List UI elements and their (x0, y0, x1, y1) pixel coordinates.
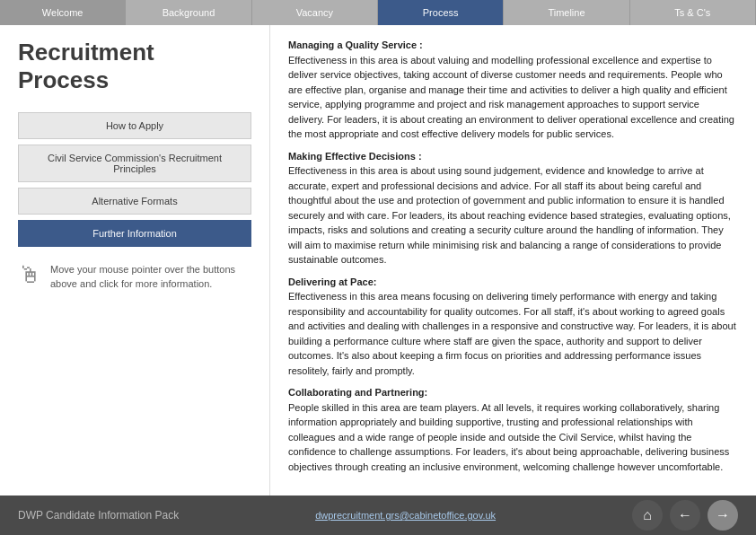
right-panel[interactable]: Managing a Quality Service : Effectivene… (269, 25, 756, 496)
top-nav: Welcome Background Vacancy Process Timel… (0, 0, 756, 25)
mouse-icon: 🖱 (18, 263, 41, 286)
tab-welcome[interactable]: Welcome (0, 0, 126, 25)
footer-email-container: dwprecruitment.grs@cabinetoffice.gov.uk (315, 509, 496, 522)
tab-timeline[interactable]: Timeline (504, 0, 629, 25)
section-managing-title: Managing a Quality Service : Effectivene… (288, 38, 738, 142)
tab-ts-cs[interactable]: Ts & C's (630, 0, 756, 25)
main-container: Recruitment Process How to Apply Civil S… (0, 25, 756, 496)
back-button[interactable]: ← (670, 500, 700, 531)
footer-nav-buttons: ⌂ ← → (632, 500, 738, 531)
section-decisions-title: Making Effective Decisions : Effectivene… (288, 149, 738, 268)
mouse-hint: 🖱 Move your mouse pointer over the butto… (18, 263, 251, 291)
page-title: Recruitment Process (18, 39, 251, 94)
footer: DWP Candidate Information Pack dwprecrui… (0, 496, 756, 535)
home-button[interactable]: ⌂ (632, 500, 663, 531)
tab-vacancy[interactable]: Vacancy (252, 0, 378, 25)
hint-text: Move your mouse pointer over the buttons… (50, 263, 251, 291)
menu-further-information[interactable]: Further Information (18, 220, 251, 247)
tab-background[interactable]: Background (126, 0, 251, 25)
section-pace-title: Delivering at Pace: Effectiveness in thi… (288, 275, 738, 379)
footer-label: DWP Candidate Information Pack (18, 509, 179, 522)
section-collaborating-title: Collaborating and Partnering: People ski… (288, 385, 738, 474)
left-panel: Recruitment Process How to Apply Civil S… (0, 25, 269, 496)
footer-email-link[interactable]: dwprecruitment.grs@cabinetoffice.gov.uk (315, 510, 496, 521)
tab-process[interactable]: Process (378, 0, 504, 25)
menu-how-to-apply[interactable]: How to Apply (18, 112, 251, 139)
menu-alternative-formats[interactable]: Alternative Formats (18, 188, 251, 215)
forward-button[interactable]: → (708, 500, 738, 531)
menu-civil-service-commission[interactable]: Civil Service Commission's Recruitment P… (18, 145, 251, 182)
